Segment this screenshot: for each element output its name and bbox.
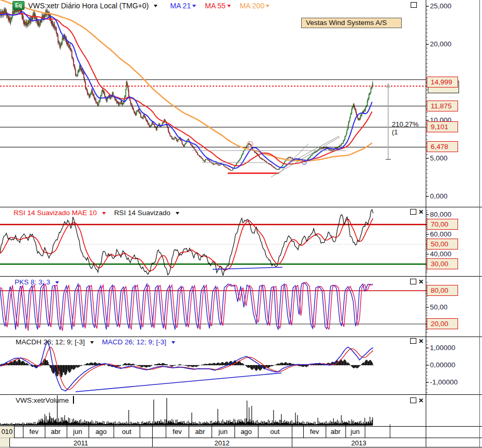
pks-window-buttons: ✕ — [410, 279, 424, 284]
chevron-down-icon[interactable]: ▾ — [102, 210, 106, 216]
price-axis-label: 20,000 — [430, 40, 451, 48]
rsi-title[interactable]: RSI 14 Suavizado — [114, 209, 170, 217]
price-axis-label: 5,000 — [430, 154, 448, 162]
timeline-month-label: abr — [326, 428, 345, 435]
close-icon[interactable]: ✕ — [418, 398, 424, 403]
timeline-month-label: out — [258, 428, 292, 435]
chevron-down-icon[interactable]: ▾ — [171, 340, 175, 345]
rsi-smoothed-title[interactable]: RSI 14 Suavizado MAE 10 — [14, 209, 97, 217]
chevron-down-icon[interactable]: ▾ — [227, 3, 231, 8]
chevron-down-icon[interactable]: ▾ — [266, 3, 269, 8]
pks-level-label: 80,00 — [427, 285, 458, 296]
chevron-down-icon[interactable]: ▾ — [90, 340, 94, 345]
rsi-window-buttons: ✕ — [410, 209, 424, 215]
macd-axis-label: -1,00000 — [430, 378, 458, 386]
maximize-icon[interactable] — [410, 209, 416, 215]
timeline-year-label: 2012 — [152, 439, 292, 447]
timeline-year-label: 2011 — [9, 439, 152, 447]
pks-title[interactable]: PKS 8; 3; 3 — [15, 278, 50, 286]
macd-panel-header: MACDH 26; 12; 9; [-3] ▾ MACD 26; 12; 9; … — [16, 338, 175, 346]
timeline-month-label: jun — [67, 428, 89, 435]
price-level-label: 6,478 — [427, 141, 458, 152]
price-axis-label: 0,000 — [430, 192, 448, 200]
price-level-label: 14,999 — [427, 77, 458, 88]
ma-indicator-ma-21[interactable]: MA 21 — [170, 2, 191, 10]
instrument-title[interactable]: VWS:xetr Diário Hora Local (TMG+0) — [28, 2, 149, 10]
pks-axis-label: 50,00 — [430, 303, 448, 311]
volume-window-buttons: ✕ — [410, 397, 424, 403]
text-cursor — [73, 396, 74, 404]
rsi-level-label: 50,00 — [427, 239, 458, 250]
macd-window-buttons: ✕ — [410, 338, 424, 344]
macd-title[interactable]: MACD 26; 12; 9; [-3] — [102, 338, 166, 346]
volume-panel-header: VWS:xetrVolume — [16, 396, 69, 404]
pks-level-label: 20,00 — [427, 318, 458, 329]
timeline-month-label: jun — [212, 428, 234, 435]
close-icon[interactable]: ✕ — [418, 339, 424, 344]
volume-title[interactable]: VWS:xetrVolume — [16, 396, 69, 404]
maximize-icon[interactable] — [411, 2, 417, 8]
maximize-icon[interactable] — [410, 279, 416, 284]
macdh-title[interactable]: MACDH 26; 12; 9; [-3] — [16, 338, 85, 346]
chevron-down-icon[interactable]: ▾ — [154, 3, 157, 8]
instrument-tooltip: Vestas Wind Systems A/S — [301, 18, 402, 28]
timeline-month-label: fev — [166, 428, 189, 435]
ma-indicator-ma-200[interactable]: MA 200 — [240, 2, 264, 10]
main-chart-header: Eq VWS:xetr Diário Hora Local (TMG+0) ▾ … — [13, 1, 269, 10]
ma-indicator-ma-55[interactable]: MA 55 — [205, 2, 226, 10]
timeline-month-label: out — [114, 428, 140, 435]
chevron-down-icon[interactable]: ▾ — [55, 280, 59, 285]
chart-canvas[interactable] — [0, 0, 482, 448]
rsi-panel-header: RSI 14 Suavizado MAE 10 ▾ RSI 14 Suaviza… — [14, 209, 179, 217]
rsi-axis-label: 40,000 — [430, 250, 451, 258]
chart-application: Eq VWS:xetr Diário Hora Local (TMG+0) ▾ … — [0, 0, 482, 448]
rsi-axis-label: 80,000 — [430, 210, 451, 218]
timeline-month-label: fev — [23, 428, 45, 435]
rsi-level-label: 30,00 — [427, 258, 458, 269]
measure-annotation: 210,27%(1 — [392, 120, 424, 136]
timeline-month-label: fev — [303, 428, 326, 435]
timeline-month-label: ago — [234, 428, 258, 435]
close-icon[interactable]: ✕ — [418, 209, 424, 215]
timeline-month-label: abr — [45, 428, 67, 435]
timeline-month-label: ago — [89, 428, 114, 435]
main-window-buttons — [411, 2, 417, 8]
equity-badge-icon: Eq — [13, 1, 24, 10]
rsi-level-label: 70,00 — [427, 219, 458, 230]
ma-legend: MA 21▾MA 55▾MA 200▾ — [160, 2, 269, 10]
rsi-axis-label: 60,000 — [430, 230, 451, 238]
macd-axis-label: 1,00000 — [430, 344, 455, 352]
price-axis-label: 25,000 — [430, 2, 451, 10]
price-level-label: 9,101 — [427, 121, 458, 132]
maximize-icon[interactable] — [410, 338, 416, 344]
timeline-month-label: abr — [189, 428, 212, 435]
price-level-label: 11,875 — [427, 101, 458, 111]
timeline-month-label: 010 — [0, 428, 14, 435]
close-icon[interactable]: ✕ — [418, 279, 424, 284]
macd-axis-label: 0,00000 — [430, 361, 455, 369]
timeline-month-label: jun — [345, 428, 365, 435]
maximize-icon[interactable] — [410, 397, 416, 403]
timeline-year-label: 2013 — [292, 439, 426, 447]
pks-panel-header: PKS 8; 3; 3 ▾ — [15, 278, 58, 286]
chevron-down-icon[interactable]: ▾ — [176, 210, 179, 216]
chevron-down-icon[interactable]: ▾ — [192, 3, 196, 8]
